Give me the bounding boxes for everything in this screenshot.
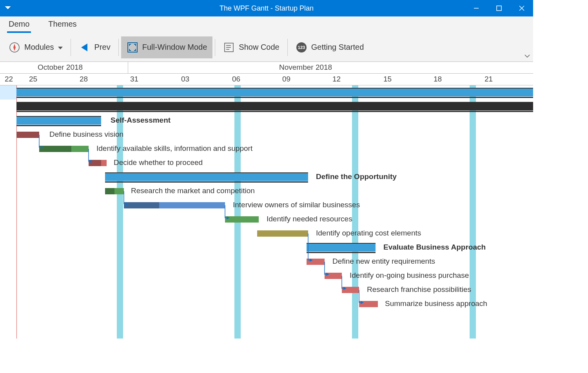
fullscreen-icon <box>127 42 138 53</box>
gantt-row: Identify available skills, information a… <box>0 142 533 156</box>
full-window-label: Full-Window Mode <box>142 43 207 52</box>
task-label: Identify operating cost elements <box>316 229 421 237</box>
dependency-arrow <box>38 135 46 152</box>
gantt-row: Research the market and competition <box>0 184 533 198</box>
task-label: Identify needed resources <box>267 215 352 223</box>
gantt-row: Interview owners of similar businesses <box>0 198 533 212</box>
dependency-arrow <box>324 262 332 279</box>
separator <box>118 39 119 56</box>
ribbon-tabs: Demo Themes <box>0 16 533 33</box>
task-label: Define new entity requirements <box>332 257 435 266</box>
tab-themes[interactable]: Themes <box>47 16 78 33</box>
getting-started-button[interactable]: 123 Getting Started <box>290 36 370 58</box>
dependency-arrow <box>307 234 315 265</box>
svg-marker-23 <box>361 301 364 304</box>
day-label: 25 <box>29 75 37 83</box>
show-code-label: Show Code <box>239 43 279 52</box>
gantt-row: Evaluate Business Approach <box>0 241 533 255</box>
getting-started-label: Getting Started <box>311 43 364 52</box>
svg-rect-2 <box>497 6 501 11</box>
task-label: Identify on-going business purchase <box>350 271 469 280</box>
show-code-button[interactable]: Show Code <box>218 36 285 58</box>
window-title: The WPF Gantt - Startup Plan <box>0 4 533 13</box>
toolbar-overflow[interactable] <box>524 51 530 60</box>
dependency-arrow <box>358 290 366 307</box>
summary-bar[interactable] <box>16 117 101 125</box>
task-label: Summarize business approach <box>385 299 487 308</box>
qat-dropdown-icon[interactable] <box>0 5 16 12</box>
svg-text:123: 123 <box>298 45 305 50</box>
svg-marker-6 <box>13 44 16 51</box>
task-bar[interactable] <box>39 146 89 152</box>
task-label: Decide whether to proceed <box>114 158 203 167</box>
day-label: 22 <box>5 75 13 83</box>
gantt-row: Identify on-going business purchase <box>0 269 533 283</box>
day-label: 06 <box>232 75 240 83</box>
gantt-row: Self-Assessment <box>0 114 533 128</box>
code-icon <box>223 42 235 53</box>
svg-marker-17 <box>90 160 93 163</box>
svg-marker-21 <box>326 273 329 276</box>
gantt-row: Decide whether to proceed <box>0 156 533 170</box>
svg-marker-7 <box>58 47 63 49</box>
task-label: Research franchise possibilities <box>367 285 471 294</box>
day-label: 21 <box>485 75 493 83</box>
day-label: 15 <box>383 75 392 83</box>
summary-bar[interactable] <box>307 244 376 252</box>
gantt-row: Define business vision <box>0 128 533 142</box>
dependency-arrow <box>224 205 232 223</box>
getting-started-icon: 123 <box>296 42 307 53</box>
task-bar[interactable] <box>124 202 225 208</box>
gantt-row: Research franchise possibilities <box>0 283 533 297</box>
gantt-chart[interactable]: Self-AssessmentDefine business visionIde… <box>0 85 533 339</box>
full-window-button[interactable]: Full-Window Mode <box>121 36 213 58</box>
close-button[interactable] <box>510 0 533 16</box>
svg-marker-0 <box>5 6 11 9</box>
gantt-row <box>0 100 533 114</box>
task-bar[interactable] <box>257 230 308 237</box>
maximize-button[interactable] <box>488 0 510 16</box>
minimize-button[interactable] <box>465 0 488 16</box>
prev-label: Prev <box>94 43 111 52</box>
gantt-row: Identify needed resources <box>0 212 533 226</box>
task-label: Define the Opportunity <box>316 172 397 181</box>
gantt-row: Summarize business approach <box>0 297 533 311</box>
tab-demo[interactable]: Demo <box>7 16 31 33</box>
modules-label: Modules <box>24 43 54 52</box>
gantt-row: Identify operating cost elements <box>0 226 533 241</box>
svg-marker-20 <box>310 259 313 262</box>
day-label: 12 <box>332 75 341 83</box>
toolbar: Modules Prev Full-Window Mode Show Code … <box>0 33 533 62</box>
svg-marker-16 <box>41 146 44 149</box>
separator <box>71 39 71 56</box>
task-bar[interactable] <box>105 188 124 194</box>
svg-marker-22 <box>343 287 347 290</box>
task-bar[interactable] <box>16 89 533 96</box>
prev-button[interactable]: Prev <box>73 36 116 58</box>
task-label: Interview owners of similar businesses <box>233 201 360 209</box>
separator <box>215 39 215 56</box>
day-label: 28 <box>80 75 88 83</box>
svg-marker-19 <box>227 216 230 219</box>
month-separator <box>128 62 128 73</box>
task-label: Identify available skills, information a… <box>96 144 252 153</box>
month-label: October 2018 <box>38 63 83 72</box>
gantt-row: Define the Opportunity <box>0 170 533 184</box>
dependency-arrow <box>88 149 96 166</box>
modules-button[interactable]: Modules <box>3 36 68 58</box>
task-bar[interactable] <box>16 132 39 138</box>
gantt-month-header: October 2018 November 2018 <box>0 62 533 74</box>
gantt-row <box>0 85 533 100</box>
day-label: 31 <box>130 75 138 83</box>
month-label: November 2018 <box>279 63 332 72</box>
separator <box>287 39 288 56</box>
task-label: Self-Assessment <box>111 116 171 125</box>
task-bar[interactable] <box>16 103 533 110</box>
titlebar: The WPF Gantt - Startup Plan <box>0 0 533 16</box>
day-label: 09 <box>282 75 290 83</box>
task-label: Define business vision <box>49 130 123 139</box>
compass-icon <box>9 42 20 53</box>
task-label: Research the market and competition <box>131 186 255 195</box>
chevron-down-icon <box>58 43 63 52</box>
summary-bar[interactable] <box>105 173 308 181</box>
